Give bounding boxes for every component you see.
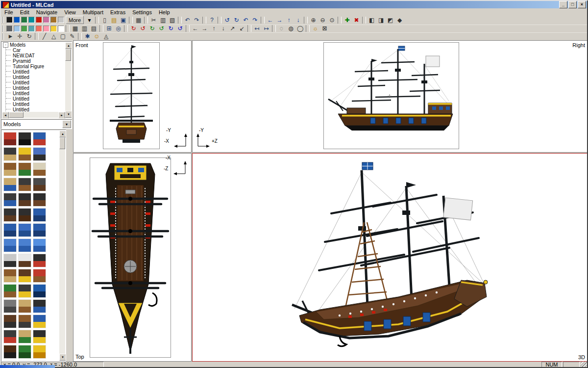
pan-left-icon[interactable]: ← bbox=[266, 16, 275, 24]
tree-vertical-scrollbar[interactable]: ▲ ▼ bbox=[65, 42, 71, 118]
help-icon[interactable]: ? bbox=[207, 16, 217, 24]
rotate-x-minus-icon[interactable]: ↺ bbox=[138, 25, 147, 32]
menu-edit[interactable]: Edit bbox=[17, 9, 33, 15]
color-swatch-white[interactable] bbox=[58, 26, 64, 32]
color-swatch-bright-green[interactable] bbox=[21, 26, 27, 32]
menu-navigate[interactable]: Navigate bbox=[33, 9, 61, 15]
model-thumbnail[interactable] bbox=[18, 269, 31, 283]
scrollbar-track[interactable] bbox=[59, 137, 65, 354]
model-thumbnail[interactable] bbox=[18, 299, 31, 313]
add-comment-icon[interactable]: ✎ bbox=[68, 33, 77, 40]
model-thumbnail[interactable] bbox=[33, 269, 46, 283]
model-thumbnail[interactable] bbox=[18, 345, 31, 359]
redo-icon[interactable]: ↷ bbox=[192, 16, 201, 24]
previous-step-icon[interactable]: ↤ bbox=[252, 25, 262, 32]
title-bar[interactable]: Untitled - MLCad _ □ × bbox=[1, 1, 587, 8]
model-thumbnail[interactable] bbox=[33, 193, 46, 207]
model-thumbnail[interactable] bbox=[33, 147, 46, 161]
color-swatch-salmon[interactable] bbox=[36, 26, 42, 32]
scrollbar-track[interactable] bbox=[9, 112, 58, 118]
zoom-fit-icon[interactable]: ⊙ bbox=[327, 16, 337, 24]
select-mode-icon[interactable]: ► bbox=[6, 33, 15, 40]
model-thumbnail[interactable] bbox=[3, 147, 17, 161]
move-z-in-icon[interactable]: ↗ bbox=[228, 25, 237, 32]
model-thumbnail[interactable] bbox=[18, 330, 31, 343]
new-file-icon[interactable]: ▯ bbox=[100, 16, 109, 24]
model-thumbnail[interactable] bbox=[3, 299, 17, 313]
pan-up-icon[interactable]: ↑ bbox=[284, 16, 294, 24]
model-thumbnail[interactable] bbox=[3, 208, 17, 222]
model-thumbnail[interactable] bbox=[33, 254, 46, 267]
model-thumbnail[interactable] bbox=[33, 360, 46, 361]
model-thumbnail[interactable] bbox=[18, 178, 31, 191]
print-icon[interactable]: ▦ bbox=[134, 16, 143, 24]
model-thumbnail[interactable] bbox=[3, 132, 17, 146]
pan-right-icon[interactable]: → bbox=[275, 16, 284, 24]
rotate-y-minus-icon[interactable]: ↺ bbox=[157, 25, 166, 32]
model-thumbnail[interactable] bbox=[33, 315, 46, 328]
color-swatch-black[interactable] bbox=[6, 17, 13, 23]
model-thumbnail[interactable] bbox=[18, 132, 31, 146]
model-thumbnail[interactable] bbox=[33, 132, 46, 146]
model-thumbnail[interactable] bbox=[33, 208, 46, 222]
color-swatch-light-blue[interactable] bbox=[14, 26, 20, 32]
viewport-front[interactable]: Front -Y -X bbox=[73, 40, 192, 153]
model-thumbnail[interactable] bbox=[3, 330, 17, 343]
cut-icon[interactable]: ✂ bbox=[149, 16, 158, 24]
paste-icon[interactable]: ▧ bbox=[168, 16, 177, 24]
add-part-icon[interactable]: ✚ bbox=[343, 16, 352, 24]
more-colors-button[interactable]: More bbox=[66, 16, 84, 24]
color-swatch-pink[interactable] bbox=[43, 26, 49, 32]
model-thumbnail[interactable] bbox=[18, 223, 31, 237]
rotate-view-right-icon[interactable]: ↻ bbox=[232, 16, 241, 24]
rotate-mode-icon[interactable]: ↻ bbox=[24, 33, 34, 40]
model-thumbnail[interactable] bbox=[3, 360, 17, 361]
model-thumbnail[interactable] bbox=[33, 284, 46, 298]
snap-grid-icon[interactable]: ⊞ bbox=[104, 25, 114, 32]
toolbar-grip[interactable] bbox=[2, 33, 4, 40]
menu-settings[interactable]: Settings bbox=[129, 9, 155, 15]
rotate-z-plus-icon[interactable]: ↻ bbox=[166, 25, 175, 32]
view-side-icon[interactable]: ◨ bbox=[376, 16, 386, 24]
model-thumbnail[interactable] bbox=[3, 223, 17, 237]
model-thumbnail[interactable] bbox=[18, 238, 31, 252]
primitive-generator-icon[interactable]: ✱ bbox=[83, 33, 92, 40]
thumbnails-vertical-scrollbar[interactable]: ▲ ▼ bbox=[59, 131, 65, 361]
minimize-button[interactable]: _ bbox=[559, 1, 567, 8]
pan-down-icon[interactable]: ↓ bbox=[294, 16, 303, 24]
next-step-icon[interactable]: ↦ bbox=[262, 25, 271, 32]
color-swatch-red[interactable] bbox=[36, 17, 42, 23]
menu-view[interactable]: View bbox=[61, 9, 79, 15]
move-y-down-icon[interactable]: ↓ bbox=[219, 25, 228, 32]
move-x-right-icon[interactable]: → bbox=[200, 25, 209, 32]
move-mode-icon[interactable]: ✛ bbox=[15, 33, 24, 40]
add-quad-icon[interactable]: ▢ bbox=[58, 33, 68, 40]
model-thumbnail[interactable] bbox=[3, 162, 17, 176]
grid-fine-icon[interactable]: ▤ bbox=[89, 25, 98, 32]
color-swatch-dark-cyan[interactable] bbox=[28, 17, 35, 23]
scroll-up-icon[interactable]: ▲ bbox=[65, 42, 72, 49]
minifig-creator-icon[interactable]: ☺ bbox=[92, 33, 101, 40]
model-thumbnail[interactable] bbox=[18, 315, 31, 328]
color-swatch-yellow[interactable] bbox=[50, 26, 57, 32]
model-thumbnail[interactable] bbox=[33, 330, 46, 343]
grid-medium-icon[interactable]: ▥ bbox=[80, 25, 89, 32]
save-file-icon[interactable]: ▣ bbox=[119, 16, 128, 24]
combobox-dropdown-icon[interactable]: ▼ bbox=[62, 120, 71, 128]
viewport-3d[interactable]: 3D bbox=[192, 153, 588, 362]
menu-file[interactable]: File bbox=[1, 9, 17, 15]
color-swatch-dark-gray[interactable] bbox=[6, 26, 13, 32]
resize-grip[interactable] bbox=[581, 362, 587, 368]
viewport-right[interactable]: Right bbox=[192, 40, 588, 153]
more-colors-dropdown-icon[interactable]: ▾ bbox=[85, 16, 94, 24]
scrollbar-track[interactable] bbox=[65, 49, 71, 111]
model-thumbnail[interactable] bbox=[18, 360, 31, 361]
spotlight-icon[interactable]: ☼ bbox=[311, 25, 320, 32]
lock-icon[interactable]: ⊠ bbox=[320, 25, 329, 32]
model-thumbnail[interactable] bbox=[18, 193, 31, 207]
menu-extras[interactable]: Extras bbox=[107, 9, 129, 15]
move-z-out-icon[interactable]: ↙ bbox=[237, 25, 246, 32]
model-thumbnail[interactable] bbox=[33, 299, 46, 313]
view-top-icon[interactable]: ◩ bbox=[386, 16, 395, 24]
model-thumbnail[interactable] bbox=[3, 254, 17, 267]
